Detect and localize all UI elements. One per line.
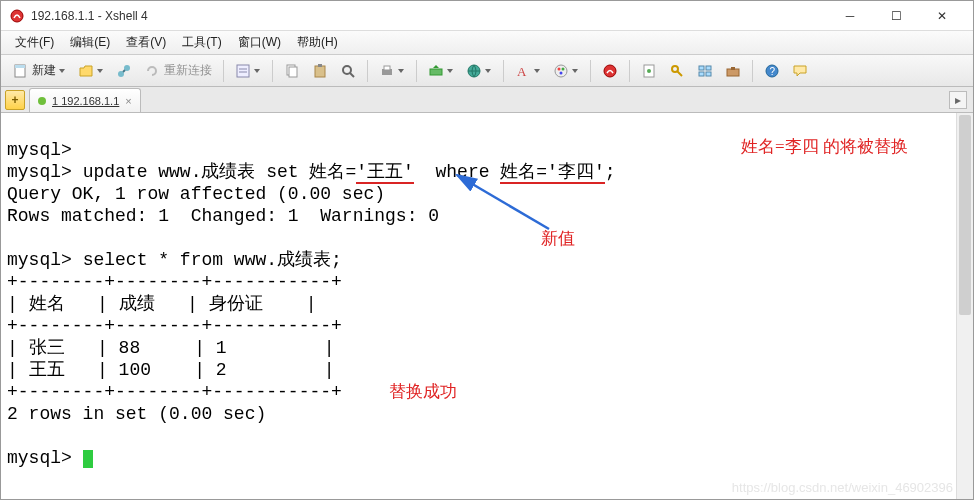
- svg-text:?: ?: [770, 66, 776, 77]
- reconnect-label: 重新连接: [164, 62, 212, 79]
- separator: [367, 60, 368, 82]
- svg-rect-10: [289, 67, 297, 77]
- prompt: mysql>: [7, 140, 72, 160]
- print-button[interactable]: [374, 59, 410, 83]
- sql-end: ;: [605, 162, 616, 182]
- reconnect-button[interactable]: 重新连接: [139, 59, 217, 83]
- sessions-button[interactable]: [692, 59, 718, 83]
- properties-icon: [235, 63, 251, 79]
- separator: [752, 60, 753, 82]
- svg-point-22: [562, 67, 565, 70]
- annotation-success: 替换成功: [389, 380, 457, 403]
- color-button[interactable]: [548, 59, 584, 83]
- close-tab-icon[interactable]: ×: [125, 95, 131, 107]
- chevron-down-icon: [446, 67, 454, 75]
- svg-line-14: [350, 73, 354, 77]
- script-button[interactable]: [636, 59, 662, 83]
- printer-icon: [379, 63, 395, 79]
- status-dot-icon: [38, 97, 46, 105]
- annotation-new-value: 新值: [541, 227, 575, 250]
- svg-rect-11: [315, 66, 325, 77]
- web-button[interactable]: [461, 59, 497, 83]
- svg-text:A: A: [517, 64, 527, 79]
- svg-rect-34: [731, 67, 735, 70]
- prompt: mysql>: [7, 448, 72, 468]
- prompt: mysql>: [7, 250, 72, 270]
- add-tab-button[interactable]: +: [5, 90, 25, 110]
- help-icon: ?: [764, 63, 780, 79]
- new-value: '王五': [356, 162, 414, 184]
- connect-icon: [116, 63, 132, 79]
- toolbox-button[interactable]: [720, 59, 746, 83]
- svg-rect-33: [727, 69, 739, 76]
- menu-window[interactable]: 窗口(W): [230, 32, 289, 53]
- menu-tool[interactable]: 工具(T): [174, 32, 229, 53]
- svg-point-0: [11, 10, 23, 22]
- menu-help[interactable]: 帮助(H): [289, 32, 346, 53]
- rows-matched: Rows matched: 1 Changed: 1 Warnings: 0: [7, 206, 439, 226]
- copy-icon: [284, 63, 300, 79]
- prompt: mysql>: [7, 162, 72, 182]
- maximize-button[interactable]: ☐: [873, 1, 919, 31]
- properties-button[interactable]: [230, 59, 266, 83]
- watermark: https://blog.csdn.net/weixin_46902396: [732, 480, 953, 495]
- tab-label: 1 192.168.1.1: [52, 95, 119, 107]
- svg-rect-2: [15, 65, 25, 68]
- sql-update: update www.成绩表 set 姓名=: [83, 162, 357, 182]
- tab-nav-right[interactable]: ▸: [949, 91, 967, 109]
- palette-icon: [553, 63, 569, 79]
- transfer-button[interactable]: [423, 59, 459, 83]
- help-button[interactable]: ?: [759, 59, 785, 83]
- chevron-down-icon: [484, 67, 492, 75]
- menu-view[interactable]: 查看(V): [118, 32, 174, 53]
- menubar: 文件(F) 编辑(E) 查看(V) 工具(T) 窗口(W) 帮助(H): [1, 31, 973, 55]
- table-border: +--------+--------+-----------+: [7, 272, 342, 292]
- paste-button[interactable]: [307, 59, 333, 83]
- find-button[interactable]: [335, 59, 361, 83]
- table-row: | 王五 | 100 | 2 |: [7, 360, 335, 380]
- lock-button[interactable]: [664, 59, 690, 83]
- table-header: | 姓名 | 成绩 | 身份证 |: [7, 294, 317, 314]
- svg-point-23: [560, 71, 563, 74]
- tabstrip: + 1 192.168.1.1 × ▸: [1, 87, 973, 113]
- separator: [223, 60, 224, 82]
- chat-button[interactable]: [787, 59, 813, 83]
- separator: [629, 60, 630, 82]
- query-ok: Query OK, 1 row affected (0.00 sec): [7, 184, 385, 204]
- open-button[interactable]: [73, 59, 109, 83]
- annotation-replace-note: 姓名=李四 的将被替换: [741, 135, 908, 158]
- svg-point-13: [343, 66, 351, 74]
- globe-icon: [466, 63, 482, 79]
- transfer-icon: [428, 63, 444, 79]
- minimize-button[interactable]: ─: [827, 1, 873, 31]
- copy-button[interactable]: [279, 59, 305, 83]
- scrollbar-thumb[interactable]: [959, 115, 971, 315]
- search-icon: [340, 63, 356, 79]
- window-title: 192.168.1.1 - Xshell 4: [31, 9, 827, 23]
- chevron-down-icon: [96, 67, 104, 75]
- close-button[interactable]: ✕: [919, 1, 965, 31]
- menu-file[interactable]: 文件(F): [7, 32, 62, 53]
- vertical-scrollbar[interactable]: [956, 113, 973, 499]
- svg-rect-12: [318, 64, 322, 67]
- new-button[interactable]: 新建: [7, 59, 71, 83]
- svg-rect-29: [699, 66, 704, 70]
- font-button[interactable]: A: [510, 59, 546, 83]
- titlebar: 192.168.1.1 - Xshell 4 ─ ☐ ✕: [1, 1, 973, 31]
- rows-in-set: 2 rows in set (0.00 sec): [7, 404, 266, 424]
- terminal[interactable]: mysql> mysql> update www.成绩表 set 姓名='王五'…: [1, 113, 973, 499]
- connect-button[interactable]: [111, 59, 137, 83]
- menu-edit[interactable]: 编辑(E): [62, 32, 118, 53]
- session-tab[interactable]: 1 192.168.1.1 ×: [29, 88, 141, 112]
- table-border: +--------+--------+-----------+: [7, 316, 342, 336]
- toolbox-icon: [725, 63, 741, 79]
- svg-rect-32: [706, 72, 711, 76]
- xshell-button[interactable]: [597, 59, 623, 83]
- sql-where: where: [414, 162, 500, 182]
- svg-point-21: [558, 67, 561, 70]
- table-row: | 张三 | 88 | 1 |: [7, 338, 335, 358]
- paste-icon: [312, 63, 328, 79]
- svg-line-5: [123, 70, 125, 72]
- key-icon: [669, 63, 685, 79]
- separator: [272, 60, 273, 82]
